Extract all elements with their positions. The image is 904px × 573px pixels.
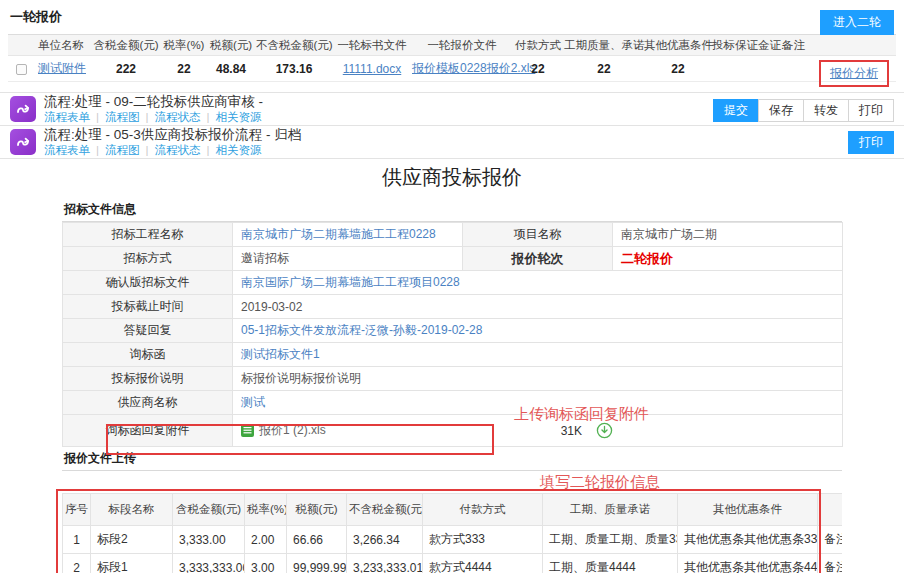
column-header: 投标保证金证... bbox=[712, 38, 782, 53]
bid-method-value: 邀请招标 bbox=[233, 247, 463, 271]
workflow-title: 流程:处理 - 09-二轮投标供应商审核 - bbox=[44, 95, 263, 109]
table-row: 1 标段2 3,333.00 2.00 66.66 3,266.34 款方式33… bbox=[63, 526, 843, 554]
divider bbox=[201, 111, 216, 123]
column-header: 付款方式 bbox=[423, 494, 543, 526]
download-icon[interactable] bbox=[596, 422, 613, 439]
round1-table-header: 单位名称 含税金额(元) 税率(%) 税额(元) 不含税金额(元) 一轮标书文件… bbox=[8, 34, 896, 56]
field-label: 答疑回复 bbox=[63, 319, 233, 343]
column-header: 不含税金额(元) bbox=[256, 38, 332, 53]
excel-file-icon bbox=[241, 424, 254, 438]
enter-second-round-button[interactable]: 进入二轮 bbox=[820, 10, 894, 35]
tax-rate: 2.00 bbox=[245, 526, 287, 554]
tax-excluded-amount: 3,233,333.01 bbox=[347, 554, 423, 573]
confirmed-doc-value: 南京国际广场二期幕墙施工工程项目0228 bbox=[233, 271, 843, 295]
tax-rate: 22 bbox=[162, 62, 206, 76]
remark: 备注 bbox=[818, 554, 843, 573]
column-header: 其他优惠条件 bbox=[644, 38, 712, 53]
tax-excluded-amount: 3,266.34 bbox=[347, 526, 423, 554]
column-header: 含税金额(元) bbox=[173, 494, 245, 526]
tax-rate: 3.00 bbox=[245, 554, 287, 573]
second-round-quote-table: 序号 标段名称 含税金额(元) 税率(%) 税额(元) 不含税金额(元) 付款方… bbox=[62, 493, 842, 573]
column-header: 不含税金额(元) bbox=[347, 494, 423, 526]
row-checkbox[interactable] bbox=[16, 64, 27, 75]
quality-commitment: 22 bbox=[564, 62, 644, 76]
tax-included-amount: 222 bbox=[90, 62, 162, 76]
workflow-title: 流程:处理 - 05-3供应商投标报价流程 - 归档 bbox=[44, 128, 301, 142]
quote-round-label: 报价轮次 bbox=[463, 247, 613, 271]
column-header: 含税金额(元) bbox=[90, 38, 162, 53]
column-header: 一轮标书文件 bbox=[332, 38, 412, 53]
inquiry-letter-link[interactable]: 测试招标文件1 bbox=[241, 347, 320, 361]
bid-info-table: 招标工程名称 南京城市广场二期幕墙施工工程0228 项目名称 南京城市广场二期 … bbox=[62, 222, 843, 447]
save-button[interactable]: 保存 bbox=[758, 99, 804, 122]
column-header: 工期质量、承诺 bbox=[564, 38, 644, 53]
section-name: 标段2 bbox=[91, 526, 173, 554]
bid-file-link[interactable]: 11111.docx bbox=[343, 62, 402, 76]
tab-flow-status[interactable]: 流程状态 bbox=[155, 111, 201, 123]
divider bbox=[201, 144, 216, 156]
other-conditions: 其他优惠条其他优惠条333 bbox=[678, 526, 818, 554]
submit-button[interactable]: 提交 bbox=[713, 99, 759, 122]
tab-flow-diagram[interactable]: 流程图 bbox=[105, 144, 140, 156]
unit-name-link[interactable]: 测试附件 bbox=[38, 61, 86, 75]
field-label: 招标方式 bbox=[63, 247, 233, 271]
top-bar: 一轮报价 进入二轮 bbox=[0, 0, 904, 34]
field-label: 投标截止时间 bbox=[63, 295, 233, 319]
first-round-title: 一轮报价 bbox=[10, 9, 62, 24]
forward-button[interactable]: 转发 bbox=[803, 99, 849, 122]
tax-amount: 99,999.99 bbox=[287, 554, 347, 573]
other-conditions: 22 bbox=[644, 62, 712, 76]
column-header: 序号 bbox=[63, 494, 91, 526]
attachment-file-link[interactable]: 报价1 (2).xls bbox=[259, 422, 326, 439]
column-header: 税额(元) bbox=[206, 38, 256, 53]
divider bbox=[90, 144, 105, 156]
quote-analysis-link[interactable]: 报价分析 bbox=[830, 66, 878, 80]
column-header: 单位名称 bbox=[34, 38, 90, 53]
row-index: 1 bbox=[63, 526, 91, 554]
field-label: 供应商名称 bbox=[63, 391, 233, 415]
field-label: 确认版招标文件 bbox=[63, 271, 233, 295]
tab-flow-form[interactable]: 流程表单 bbox=[44, 144, 90, 156]
column-header: 备注 bbox=[782, 38, 812, 53]
divider bbox=[140, 111, 155, 123]
tab-related-resources[interactable]: 相关资源 bbox=[216, 111, 262, 123]
project-name-value: 南京城市广场二期 bbox=[613, 223, 843, 247]
column-header: 税率(%) bbox=[162, 38, 206, 53]
column-header bbox=[818, 494, 843, 526]
divider bbox=[140, 144, 155, 156]
quote-desc-value: 标报价说明标报价说明 bbox=[233, 367, 843, 391]
field-label: 投标报价说明 bbox=[63, 367, 233, 391]
tax-amount: 66.66 bbox=[287, 526, 347, 554]
quality-commitment: 工期、质量4444 bbox=[543, 554, 678, 573]
field-label: 询标函回复附件 bbox=[63, 415, 233, 447]
quote-analysis-highlight-box: 报价分析 bbox=[819, 60, 889, 87]
tab-flow-diagram[interactable]: 流程图 bbox=[105, 111, 140, 123]
other-conditions: 其他优惠条其他优惠条44 bbox=[678, 554, 818, 573]
qa-reply-link[interactable]: 05-1招标文件发放流程-泛微-孙毅-2019-02-28 bbox=[241, 323, 482, 337]
workflow-header-quote: 流程:处理 - 05-3供应商投标报价流程 - 归档 流程表单流程图流程状态相关… bbox=[0, 126, 904, 159]
form-title: 供应商投标报价 bbox=[62, 159, 842, 198]
tax-excluded-amount: 173.16 bbox=[256, 62, 332, 76]
column-header: 付款方式 bbox=[512, 38, 564, 53]
annotation-upload-attachment: 上传询标函回复附件 bbox=[514, 405, 649, 424]
table-row: 2 标段1 3,333,333.00 3.00 99,999.99 3,233,… bbox=[63, 554, 843, 573]
deadline-value: 2019-03-02 bbox=[233, 295, 843, 319]
field-label: 项目名称 bbox=[463, 223, 613, 247]
bid-info-table-wrap: 招标工程名称 南京城市广场二期幕墙施工工程0228 项目名称 南京城市广场二期 … bbox=[62, 222, 842, 447]
column-header: 工期、质量承诺 bbox=[543, 494, 678, 526]
tab-related-resources[interactable]: 相关资源 bbox=[216, 144, 262, 156]
tax-amount: 48.84 bbox=[206, 62, 256, 76]
column-header: 税率(%) bbox=[245, 494, 287, 526]
print-button[interactable]: 打印 bbox=[848, 99, 894, 122]
workflow-icon bbox=[10, 96, 36, 122]
tab-flow-form[interactable]: 流程表单 bbox=[44, 111, 90, 123]
tax-included-amount: 3,333,333.00 bbox=[173, 554, 245, 573]
divider bbox=[90, 111, 105, 123]
print-button[interactable]: 打印 bbox=[848, 131, 894, 154]
tab-flow-status[interactable]: 流程状态 bbox=[155, 144, 201, 156]
field-label: 询标函 bbox=[63, 343, 233, 367]
payment-method: 22 bbox=[512, 62, 564, 76]
quote-upload-zone: 填写二轮报价信息 序号 标段名称 含税金额(元) 税率(%) 税额(元) 不含税… bbox=[62, 473, 842, 573]
attachment-row: 报价1 (2).xls 31K bbox=[241, 422, 613, 439]
payment-method: 款方式4444 bbox=[423, 554, 543, 573]
